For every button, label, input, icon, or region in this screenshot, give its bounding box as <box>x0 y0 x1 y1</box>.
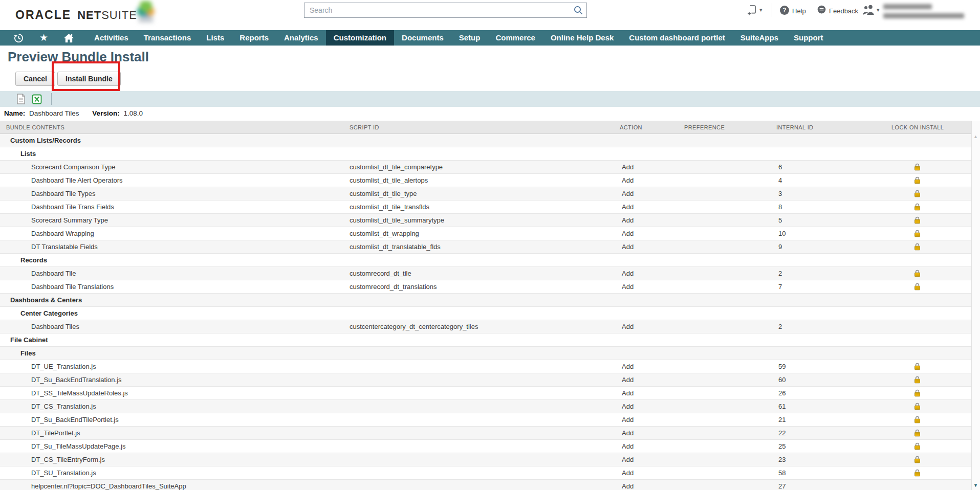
search-input[interactable] <box>304 3 587 18</box>
cell-preference <box>684 400 776 413</box>
cell-preference <box>684 161 776 173</box>
cell-lock-on-install <box>891 280 971 293</box>
cell-bundle-content: DT_TilePortlet.js <box>0 427 350 439</box>
nav-item-support[interactable]: Support <box>786 30 831 46</box>
user-menu-caret-icon[interactable]: ▾ <box>877 7 880 13</box>
lock-icon <box>914 176 921 184</box>
search-icon[interactable] <box>574 6 583 17</box>
table-header-row: BUNDLE CONTENTSSCRIPT IDACTIONPREFERENCE… <box>0 121 971 134</box>
cell-preference <box>684 214 776 227</box>
bundle-meta: Name: Dashboard Tiles Version: 1.08.0 <box>4 109 143 117</box>
cell-lock-on-install <box>891 413 971 426</box>
scroll-down-icon[interactable]: ▼ <box>973 483 978 488</box>
cell-lock-on-install <box>891 214 971 227</box>
cell-internal-id: 7 <box>776 280 891 293</box>
cell-lock-on-install <box>891 360 971 373</box>
user-roles-icon[interactable] <box>862 5 875 17</box>
cell-internal-id: 59 <box>776 360 891 373</box>
quick-add-icon[interactable] <box>747 5 757 17</box>
nav-item-documents[interactable]: Documents <box>394 30 451 46</box>
scroll-up-icon[interactable]: ▲ <box>973 134 978 139</box>
cell-action: Add <box>620 280 684 293</box>
cell-script-id: customrecord_dt_tile <box>350 267 620 280</box>
column-header: BUNDLE CONTENTS <box>0 121 350 133</box>
cell-internal-id: 60 <box>776 373 891 386</box>
help-icon[interactable]: ? <box>780 6 789 15</box>
table-row: DT_Su_BackEndTilePortlet.jsAdd21 <box>0 413 971 427</box>
nav-item-analytics[interactable]: Analytics <box>276 30 326 46</box>
oracle-netsuite-logo: ORACLE NET SUITE <box>15 8 137 22</box>
lock-icon <box>914 376 921 384</box>
feedback-link[interactable]: Feedback <box>829 7 858 15</box>
cell-action: Add <box>620 413 684 426</box>
lock-icon <box>914 416 921 424</box>
table-row: Dashboard Tilecustomrecord_dt_tileAdd2 <box>0 267 971 280</box>
recent-records-icon[interactable] <box>13 33 24 43</box>
quick-add-caret-icon[interactable]: ▾ <box>759 7 763 13</box>
page-title: Preview Bundle Install <box>8 49 149 65</box>
table-row: helpcenter.nl?topic=DOC_DashboardTiles_S… <box>0 480 971 490</box>
cell-preference <box>684 307 776 320</box>
cancel-button[interactable]: Cancel <box>15 72 55 86</box>
user-name-redacted <box>883 4 932 9</box>
cell-action <box>620 254 684 266</box>
install-bundle-button[interactable]: Install Bundle <box>57 72 121 86</box>
cell-internal-id: 10 <box>776 227 891 240</box>
cell-preference <box>684 360 776 373</box>
lock-icon <box>914 442 921 450</box>
cell-bundle-content: Lists <box>0 147 350 160</box>
cell-preference <box>684 347 776 360</box>
nav-item-activities[interactable]: Activities <box>86 30 136 46</box>
vertical-scrollbar[interactable]: ▲ ▼ <box>971 121 980 490</box>
lock-icon <box>914 283 921 291</box>
cell-internal-id: 27 <box>776 480 891 490</box>
nav-icon-group: ★ <box>0 30 74 46</box>
cell-action: Add <box>620 466 684 479</box>
cell-preference <box>684 440 776 453</box>
cell-internal-id: 22 <box>776 427 891 439</box>
lock-icon <box>914 363 921 370</box>
nav-item-customization[interactable]: Customization <box>326 30 394 46</box>
feedback-icon[interactable] <box>817 5 826 17</box>
cell-action: Add <box>620 174 684 187</box>
shortcuts-star-icon[interactable]: ★ <box>39 30 48 46</box>
lock-icon <box>914 243 921 251</box>
column-header: INTERNAL ID <box>776 121 891 133</box>
cell-lock-on-install <box>891 333 971 346</box>
cell-action: Add <box>620 214 684 227</box>
nav-item-custom-dashboard-portlet[interactable]: Custom dashboard portlet <box>621 30 733 46</box>
nav-item-lists[interactable]: Lists <box>199 30 232 46</box>
cell-bundle-content: Dashboard Tile Translations <box>0 280 350 293</box>
cell-internal-id: 3 <box>776 187 891 200</box>
cell-bundle-content: Scorecard Comparison Type <box>0 161 350 173</box>
cell-lock-on-install <box>891 440 971 453</box>
table-row: Scorecard Summary Typecustomlist_dt_tile… <box>0 214 971 227</box>
cell-action <box>620 134 684 147</box>
export-excel-icon[interactable] <box>32 94 42 106</box>
cell-lock-on-install <box>891 320 971 333</box>
table-body: Custom Lists/RecordsListsScorecard Compa… <box>0 134 971 490</box>
cell-internal-id <box>776 294 891 306</box>
list-toolbar <box>0 91 980 107</box>
nav-item-suiteapps[interactable]: SuiteApps <box>733 30 786 46</box>
nav-item-reports[interactable]: Reports <box>232 30 276 46</box>
global-search <box>304 3 587 18</box>
print-document-icon[interactable] <box>16 94 26 107</box>
cell-action: Add <box>620 267 684 280</box>
home-icon[interactable] <box>63 33 74 43</box>
cell-script-id <box>350 333 620 346</box>
nav-item-setup[interactable]: Setup <box>451 30 488 46</box>
cell-script-id: customlist_dt_tile_alertops <box>350 174 620 187</box>
oracle-logo-text: ORACLE <box>15 8 71 22</box>
nav-item-online-help-desk[interactable]: Online Help Desk <box>543 30 621 46</box>
cell-action: Add <box>620 453 684 466</box>
cell-bundle-content: Files <box>0 347 350 360</box>
nav-item-transactions[interactable]: Transactions <box>136 30 199 46</box>
cell-preference <box>684 187 776 200</box>
cell-script-id <box>350 307 620 320</box>
nav-item-commerce[interactable]: Commerce <box>488 30 543 46</box>
help-link[interactable]: Help <box>792 7 806 15</box>
table-row: Lists <box>0 147 971 161</box>
table-row: DT_UE_Translation.jsAdd59 <box>0 360 971 373</box>
column-header: LOCK ON INSTALL <box>891 121 971 133</box>
